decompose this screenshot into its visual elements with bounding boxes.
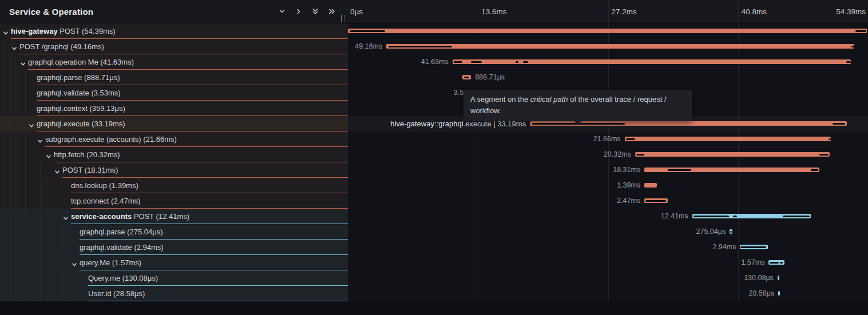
service-name: service-accounts <box>71 212 132 221</box>
collapse-chevron-icon[interactable] <box>3 28 9 38</box>
span-bar[interactable] <box>635 152 830 157</box>
chevron-down-icon[interactable] <box>278 7 287 16</box>
collapse-chevron-icon[interactable] <box>37 136 43 146</box>
indent-guide <box>3 178 3 193</box>
indent-guide <box>3 70 3 85</box>
indent-guide <box>47 270 48 286</box>
indent-guide <box>10 70 11 85</box>
span-tree-cell[interactable]: graphql.execute (33.19ms) <box>0 116 348 131</box>
span-tree-cell[interactable]: hive-gateway POST (54.39ms) <box>0 23 348 39</box>
span-duration-label: 2.47ms <box>617 193 640 209</box>
indent-guide <box>33 286 33 301</box>
critical-path-segment[interactable] <box>829 138 831 140</box>
critical-path-segment[interactable] <box>733 216 737 217</box>
span-bar[interactable] <box>386 44 854 49</box>
critical-path-segment[interactable] <box>523 61 528 63</box>
critical-path-segment[interactable] <box>780 262 783 264</box>
span-bar[interactable] <box>644 183 657 188</box>
span-label: dns.lookup (1.39ms) <box>71 178 138 193</box>
span-tree-cell[interactable]: Query.me (130.08μs) <box>0 270 348 286</box>
span-bar[interactable] <box>644 168 819 172</box>
span-duration-label: 275.04μs <box>696 224 726 240</box>
critical-path-segment[interactable] <box>636 154 644 155</box>
span-bar[interactable] <box>625 137 831 141</box>
indent-guide <box>25 70 26 85</box>
page-title: Service & Operation <box>0 7 93 17</box>
span-duration-label: 20.32ms <box>604 147 631 162</box>
critical-path-segment[interactable] <box>730 231 732 233</box>
span-tree-cell[interactable]: graphql.parse (275.04μs) <box>0 224 348 240</box>
panel-splitter-grip[interactable] <box>339 15 347 22</box>
span-tree-cell[interactable]: POST (18.31ms) <box>0 162 348 178</box>
span-bar[interactable] <box>778 276 779 280</box>
indent-guide <box>25 240 26 255</box>
critical-path-segment[interactable] <box>770 262 778 264</box>
critical-path-segment[interactable] <box>516 61 518 63</box>
collapse-chevron-icon[interactable] <box>46 151 51 162</box>
span-bar[interactable] <box>768 260 784 265</box>
span-tree-cell[interactable]: graphql.operation Me (41.63ms) <box>0 54 348 70</box>
collapse-chevron-icon[interactable] <box>72 260 77 270</box>
indent-guide <box>3 224 3 240</box>
span-tree-cell[interactable]: subgraph.execute (accounts) (21.66ms) <box>0 131 348 147</box>
span-tree-cell[interactable]: query.Me (1.57ms) <box>0 255 348 270</box>
span-bar[interactable] <box>453 59 851 64</box>
critical-path-segment[interactable] <box>645 200 666 202</box>
critical-path-segment[interactable] <box>693 216 730 217</box>
span-tree-cell[interactable]: POST /graphql (49.16ms) <box>0 39 348 54</box>
span-bar[interactable] <box>644 198 668 203</box>
critical-path-segment[interactable] <box>350 30 385 32</box>
chevrons-right-icon[interactable] <box>327 7 336 16</box>
span-bar[interactable] <box>730 229 732 234</box>
indent-guide <box>25 147 26 162</box>
indent-guide <box>10 240 11 255</box>
axis-tick-label: 27.2ms <box>612 0 637 23</box>
critical-path-segment[interactable] <box>668 169 691 171</box>
span-tree-cell[interactable]: graphql.context (359.13μs) <box>0 101 348 116</box>
collapse-chevron-icon[interactable] <box>11 43 17 54</box>
indent-guide <box>18 101 18 116</box>
indent-guide <box>47 240 48 255</box>
span-tree-cell[interactable]: http.fetch (20.32ms) <box>0 147 348 162</box>
span-tree-cell[interactable]: service-accounts POST (12.41ms) <box>0 209 348 224</box>
critical-path-segment[interactable] <box>740 246 766 248</box>
collapse-chevron-icon[interactable] <box>29 121 34 131</box>
indent-guide <box>47 255 48 270</box>
critical-path-segment[interactable] <box>855 30 866 32</box>
critical-path-segment[interactable] <box>454 61 462 63</box>
critical-path-segment[interactable] <box>851 46 856 47</box>
span-bar[interactable] <box>348 29 867 33</box>
span-tree-cell[interactable]: graphql.validate (3.53ms) <box>0 85 348 101</box>
critical-path-segment[interactable] <box>783 216 810 217</box>
critical-path-segment[interactable] <box>819 154 828 155</box>
critical-path-segment[interactable] <box>833 123 845 125</box>
critical-path-segment[interactable] <box>846 61 851 63</box>
span-timeline-cell[interactable]: 20.32ms <box>348 147 868 162</box>
critical-path-segment[interactable] <box>471 61 481 63</box>
critical-path-segment[interactable] <box>464 77 469 78</box>
span-bar[interactable] <box>692 214 811 218</box>
critical-path-segment[interactable] <box>389 46 452 47</box>
critical-path-segment[interactable] <box>811 169 818 171</box>
span-label: subgraph.execute (accounts) (21.66ms) <box>45 131 177 147</box>
indent-guide <box>25 131 26 147</box>
collapse-chevron-icon[interactable] <box>63 213 69 224</box>
span-tree-cell[interactable]: graphql.validate (2.94ms) <box>0 240 348 255</box>
span-timeline-cell[interactable]: 21.66ms <box>348 131 868 147</box>
indent-guide <box>62 270 63 286</box>
span-tree-cell[interactable]: tcp.connect (2.47ms) <box>0 193 348 209</box>
indent-guide <box>3 131 3 147</box>
chevrons-down-icon[interactable] <box>311 7 320 16</box>
span-bar[interactable] <box>778 291 780 296</box>
collapse-chevron-icon[interactable] <box>20 59 26 69</box>
span-tree-cell[interactable]: dns.lookup (1.39ms) <box>0 178 348 193</box>
chevron-right-icon[interactable] <box>294 7 303 16</box>
critical-path-segment[interactable] <box>626 138 635 140</box>
span-label: graphql.context (359.13μs) <box>37 101 125 116</box>
span-tree-cell[interactable]: graphql.parse (888.71μs) <box>0 70 348 85</box>
collapse-chevron-icon[interactable] <box>54 167 60 177</box>
span-tree-cell[interactable]: User.id (28.58μs) <box>0 286 348 301</box>
indent-guide <box>40 286 41 301</box>
span-bar[interactable] <box>740 245 768 249</box>
span-bar[interactable] <box>462 75 471 79</box>
